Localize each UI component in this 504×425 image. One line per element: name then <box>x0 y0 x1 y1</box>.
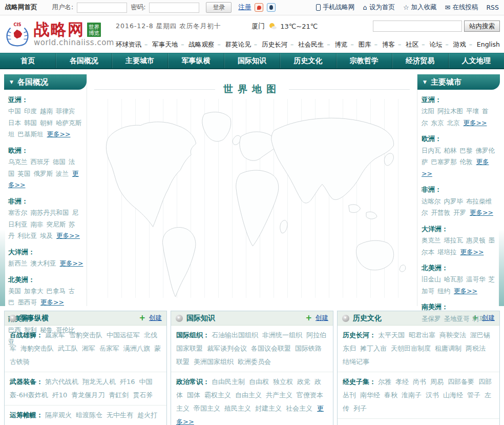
subnav-link[interactable]: 博客 <box>371 41 395 49</box>
weibo-icon[interactable] <box>255 3 263 12</box>
login-button[interactable]: 登录 <box>206 2 232 13</box>
more-link[interactable]: 更多>> <box>47 130 71 138</box>
subnav-link[interactable]: 图库 <box>347 41 371 49</box>
city-link[interactable]: 圣地亚哥 <box>444 315 470 322</box>
country-link[interactable]: 南非 <box>31 220 44 228</box>
topic-link[interactable]: 国体 <box>187 391 200 399</box>
city-link[interactable]: 利马 <box>473 315 486 322</box>
city-link[interactable]: 堪培拉 <box>437 248 457 256</box>
country-link[interactable]: 菲律宾 <box>56 107 75 115</box>
country-link[interactable]: 波兰 <box>56 170 69 177</box>
topic-link[interactable]: 贯石斧 <box>133 391 153 399</box>
topic-link[interactable]: 汉书 <box>426 391 439 399</box>
topic-link[interactable]: 两税法 <box>466 345 486 352</box>
register-link[interactable]: 注册 <box>238 3 251 12</box>
city-link[interactable]: 平壤 <box>466 107 479 115</box>
topic-link[interactable]: 无中生有 <box>107 411 133 419</box>
country-link[interactable]: 利比亚 <box>18 232 37 239</box>
subnav-link[interactable]: 论坛 <box>418 41 442 49</box>
subnav-link[interactable]: 历史长河 <box>251 41 287 49</box>
city-link[interactable]: 旧金山 <box>422 275 441 283</box>
topic-link[interactable]: 翔龙无人机 <box>82 378 116 386</box>
country-link[interactable]: 乌克兰 <box>8 158 28 166</box>
topic-link[interactable]: 自由权 <box>249 378 269 386</box>
main-nav-item[interactable]: 宗教哲学 <box>336 53 392 68</box>
country-link[interactable]: 朝鲜 <box>40 119 53 127</box>
topic-link[interactable]: 尔雅 <box>378 378 391 386</box>
topic-link[interactable]: 自由主义 <box>235 391 262 399</box>
username-input[interactable] <box>77 3 127 13</box>
country-link[interactable]: 日本 <box>8 119 21 127</box>
more-link[interactable]: 更多>> <box>454 287 477 295</box>
main-nav-item[interactable]: 经济贸易 <box>392 53 448 68</box>
country-link[interactable]: 德国 <box>53 158 66 166</box>
set-homepage-link[interactable]: ⌂设为首页 <box>363 3 395 12</box>
city-link[interactable]: 伦敦 <box>460 158 473 166</box>
city-link[interactable]: 巴塞罗那 <box>431 158 457 166</box>
country-link[interactable]: 俄罗斯 <box>34 170 53 177</box>
main-nav-item[interactable]: 人文地理 <box>448 53 504 68</box>
topic-link[interactable]: 暗渡陈仓 <box>76 411 102 419</box>
country-link[interactable]: 韩国 <box>24 119 37 127</box>
site-search-input[interactable] <box>373 21 462 32</box>
country-link[interactable]: 印度 <box>24 107 37 115</box>
country-link[interactable]: 埃及 <box>40 232 53 239</box>
city-link[interactable]: 内罗毕 <box>444 197 464 205</box>
subnav-link[interactable]: 社区 <box>395 41 418 49</box>
site-logo[interactable]: CIS 战略网 世界博览 world.chinaiiss.com <box>4 15 116 53</box>
topic-link[interactable]: 孝经 <box>395 378 409 386</box>
more-link[interactable]: 更多>> <box>464 119 487 127</box>
topic-link[interactable]: 欧洲委员会 <box>238 358 271 366</box>
country-link[interactable]: 西班牙 <box>31 158 50 166</box>
country-link[interactable]: 突尼斯 <box>47 220 66 228</box>
topic-link[interactable]: 管子 <box>467 391 480 399</box>
topic-link[interactable]: 非洲统一组织 <box>262 331 302 339</box>
mobile-site-link[interactable]: 手机战略网 <box>316 3 355 12</box>
countries-sidebar-header[interactable]: ▼ 各国概况 <box>4 74 87 90</box>
topic-link[interactable]: 山海经 <box>443 391 463 399</box>
city-link[interactable]: 日内瓦 <box>422 147 441 154</box>
country-link[interactable]: 塞舌尔 <box>8 209 28 216</box>
topic-link[interactable]: 太平天国 <box>378 331 405 339</box>
submit-article-link[interactable]: ✉在线投稿 <box>445 3 478 12</box>
topic-link[interactable]: 昭君出塞 <box>409 331 435 339</box>
topic-link[interactable]: 帝国主义 <box>194 404 220 412</box>
topic-link[interactable]: 周易 <box>430 378 444 386</box>
city-link[interactable]: 圣保罗 <box>422 315 441 322</box>
subnav-link[interactable]: 环球资讯 <box>116 41 141 49</box>
topic-link[interactable]: 封建主义 <box>255 404 282 412</box>
site-home-link[interactable]: 战略网首页 <box>5 3 37 12</box>
topic-link[interactable]: 淮南子 <box>402 391 422 399</box>
country-link[interactable]: 加拿大 <box>24 287 44 295</box>
topic-link[interactable]: 霸权主义 <box>204 391 231 399</box>
topic-link[interactable]: 中国远征军 <box>107 331 140 339</box>
country-link[interactable]: 新西兰 <box>8 259 28 267</box>
city-link[interactable]: 达喀尔 <box>422 197 441 205</box>
subnav-link[interactable]: 博览 <box>324 41 347 49</box>
topic-link[interactable]: 天朝田亩制度 <box>391 345 431 352</box>
main-nav-item[interactable]: 各国概况 <box>55 53 111 68</box>
country-link[interactable]: 巴西 <box>8 326 21 334</box>
country-link[interactable]: 澳大利亚 <box>31 259 56 267</box>
topic-link[interactable]: 四部备要 <box>448 378 474 386</box>
country-link[interactable]: 越南 <box>40 107 53 115</box>
main-nav-item[interactable]: 历史文化 <box>280 53 335 68</box>
topic-link[interactable]: 美洲国家组织 <box>194 358 234 366</box>
rss-link[interactable]: RSS <box>486 4 499 11</box>
city-link[interactable]: 惠灵顿 <box>466 236 486 244</box>
subnav-link[interactable]: English <box>466 41 500 49</box>
topic-link[interactable]: 独立权 <box>273 378 293 386</box>
country-link[interactable]: 南苏丹共和国 <box>31 209 69 216</box>
add-favorite-link[interactable]: ☆加入收藏 <box>403 3 437 12</box>
country-link[interactable]: 中国 <box>8 107 21 115</box>
topic-link[interactable]: 春秋 <box>384 391 397 399</box>
qq-icon[interactable] <box>267 3 276 12</box>
topic-link[interactable]: 列子 <box>353 404 367 412</box>
subnav-link[interactable]: 群英论见 <box>215 41 251 49</box>
topic-link[interactable]: 第六代战机 <box>45 378 78 386</box>
more-link[interactable]: 更多>> <box>60 259 83 267</box>
more-link[interactable]: 更多>> <box>460 248 484 256</box>
subnav-link[interactable]: 游戏 <box>442 41 466 49</box>
topic-link[interactable]: 各国议会联盟 <box>251 345 291 352</box>
topic-link[interactable]: 自由民主制 <box>212 378 245 386</box>
